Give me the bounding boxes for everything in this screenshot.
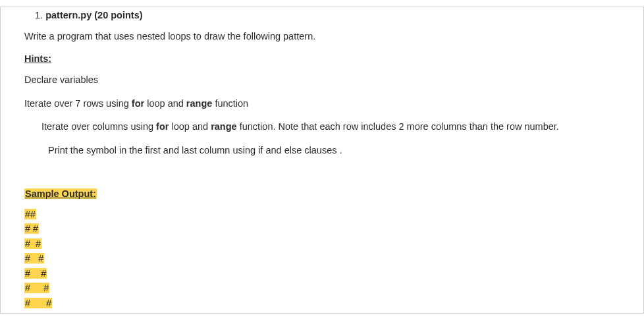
hint-rows-range: range [186, 98, 213, 109]
title-number: 1. [35, 10, 45, 20]
hint-rows-pre: Iterate over 7 rows using [24, 98, 132, 109]
hint-print-symbol: Print the symbol in the first and last c… [24, 144, 620, 158]
output-line: # # [24, 237, 620, 251]
question-content: 1. pattern.py (20 points) Write a progra… [1, 7, 643, 310]
instruction-text: Write a program that uses nested loops t… [24, 30, 620, 44]
hint-cols-pre: Iterate over columns using [41, 121, 156, 132]
output-line: # # [24, 266, 620, 281]
output-line: ## [24, 207, 620, 221]
hints-heading: Hints: [24, 53, 620, 64]
output-text: # # [24, 223, 39, 234]
hint-cols-post: function. Note that each row includes 2 … [237, 121, 559, 132]
hint-cols-mid: loop and [169, 121, 211, 132]
title-text: pattern.py (20 points) [45, 10, 142, 20]
output-text: # # [24, 238, 41, 249]
output-line: # # [24, 296, 620, 310]
hint-cols-for: for [156, 121, 169, 132]
output-text: ## [24, 209, 36, 219]
output-text: # # [24, 283, 49, 293]
title-line: 1. pattern.py (20 points) [24, 10, 620, 20]
sample-output-block: ## # # # # # # # # # # # # [24, 207, 620, 310]
output-line: # # [24, 221, 620, 236]
sample-output-heading: Sample Output: [24, 188, 97, 199]
question-container: 1. pattern.py (20 points) Write a progra… [0, 7, 644, 314]
output-line: # # [24, 281, 620, 295]
hint-iterate-rows: Iterate over 7 rows using for loop and r… [24, 97, 620, 111]
output-line: # # [24, 251, 620, 266]
sample-output-heading-wrap: Sample Output: [24, 188, 620, 207]
spacer [24, 167, 620, 188]
output-text: # # [24, 253, 44, 264]
hint-rows-post: function [212, 98, 248, 109]
hint-cols-range: range [211, 121, 237, 132]
hint-declare-vars: Declare variables [24, 73, 620, 88]
hint-rows-for: for [132, 98, 144, 109]
hint-iterate-cols: Iterate over columns using for loop and … [24, 120, 620, 134]
output-text: # # [24, 268, 47, 279]
output-text: # # [24, 298, 52, 308]
hint-rows-mid: loop and [144, 98, 186, 109]
